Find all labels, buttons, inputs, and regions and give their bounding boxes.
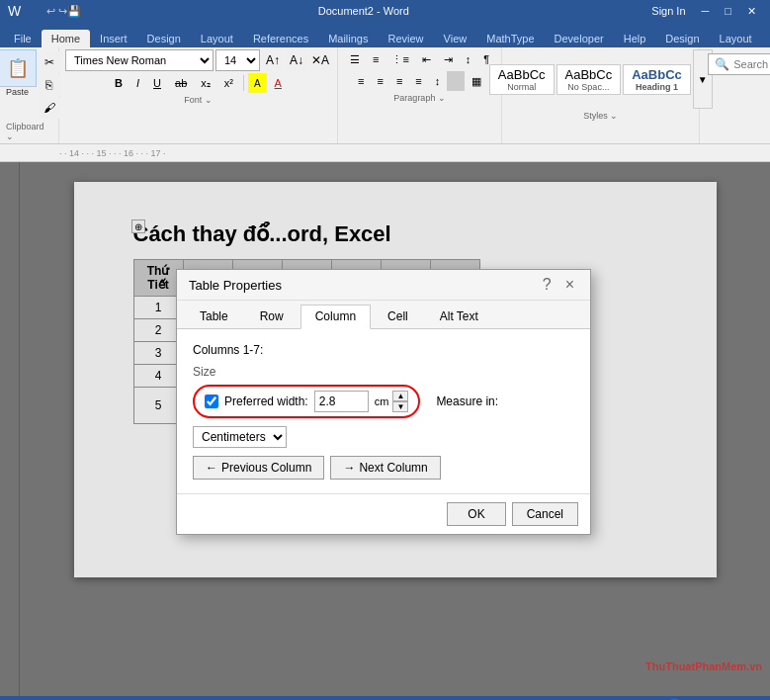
dialog-help-button[interactable]: ? (539, 276, 556, 294)
sort-button[interactable]: ↕ (460, 49, 477, 69)
ribbon-inner: 📋 Paste ✂ ⎘ 🖌 Clipboard ⌄ Times New Roma… (0, 47, 770, 143)
size-label: Size (193, 365, 574, 379)
style-heading1[interactable]: AaBbCc Heading 1 (623, 64, 691, 95)
document-area: ⊕ Cách thay đổ ... ord, Excel ThứTiết Th… (0, 162, 770, 696)
font-color-button[interactable]: A (269, 73, 288, 93)
preferred-width-unit: cm (375, 395, 389, 407)
spinner-down[interactable]: ▼ (392, 401, 408, 412)
style-nospace[interactable]: AaBbCc No Spac... (556, 64, 622, 95)
dialog-tab-column[interactable]: Column (300, 305, 371, 329)
justify-button[interactable]: ≡ (409, 71, 427, 91)
tab-developer[interactable]: Developer (545, 30, 614, 47)
bold-button[interactable]: B (109, 73, 128, 93)
next-column-button[interactable]: → Next Column (330, 456, 440, 480)
tab-view[interactable]: View (434, 30, 477, 47)
columns-range-label: Columns 1-7: (193, 343, 574, 357)
font-size-select[interactable]: 14 (215, 49, 260, 71)
ok-button[interactable]: OK (447, 502, 505, 526)
style-gallery: AaBbCc Normal AaBbCc No Spac... AaBbCc H… (489, 49, 713, 109)
tab-layout[interactable]: Layout (191, 30, 243, 47)
quick-access: ↩ ↪💾 (46, 5, 81, 18)
dialog-overlay: Table Properties ? × Table Row Column Ce… (0, 162, 770, 696)
title-bar-right: Sign In ─ □ ✕ (645, 5, 762, 18)
tab-design[interactable]: Design (137, 30, 191, 47)
prev-column-button[interactable]: ← Previous Column (193, 456, 324, 480)
tab-home[interactable]: Home (42, 30, 90, 47)
align-center-button[interactable]: ≡ (371, 71, 388, 91)
preferred-width-row: Preferred width: cm ▲ ▼ Measure in: Cent… (193, 385, 574, 448)
word-logo: W (8, 3, 21, 19)
prev-column-label: Previous Column (221, 461, 311, 475)
document-title: Document2 - Word (318, 5, 409, 17)
align-right-button[interactable]: ≡ (390, 71, 408, 91)
numbering-button[interactable]: ≡ (367, 49, 385, 69)
ribbon-tabs: File Home Insert Design Layout Reference… (0, 22, 770, 47)
preferred-width-checkbox[interactable] (205, 394, 218, 408)
tab-layout2[interactable]: Layout (710, 30, 762, 47)
bullets-button[interactable]: ☰ (344, 49, 366, 69)
strikethrough-button[interactable]: ab (169, 73, 193, 93)
close-button[interactable]: ✕ (741, 5, 762, 18)
dialog-tab-table[interactable]: Table (185, 305, 243, 328)
signin-button[interactable]: Sign In (645, 5, 691, 18)
dialog-close-button[interactable]: × (561, 276, 578, 294)
tab-mathtype[interactable]: MathType (476, 30, 544, 47)
multilevel-button[interactable]: ⋮≡ (385, 49, 414, 69)
borders-button[interactable]: ▦ (466, 71, 487, 91)
ruler: · · 14 · · · 15 · · · 16 · · · 17 · (0, 144, 770, 162)
tab-design2[interactable]: Design (655, 30, 709, 47)
copy-button[interactable]: ⎘ (39, 74, 60, 96)
title-bar: W ↩ ↪💾 Document2 - Word Sign In ─ □ ✕ (0, 0, 770, 22)
dialog-tab-alttext[interactable]: Alt Text (425, 305, 493, 328)
dialog-tab-cell[interactable]: Cell (373, 305, 423, 328)
dialog-tab-row[interactable]: Row (245, 305, 299, 328)
maximize-button[interactable]: □ (719, 5, 737, 18)
ribbon: 📋 Paste ✂ ⎘ 🖌 Clipboard ⌄ Times New Roma… (0, 47, 770, 144)
dialog-title-text: Table Properties (189, 278, 282, 293)
increase-font-button[interactable]: A↑ (262, 49, 284, 71)
paragraph-group: ☰ ≡ ⋮≡ ⇤ ⇥ ↕ ¶ ≡ ≡ ≡ ≡ ↕ ▦ Paragraph ⌄ (338, 47, 502, 143)
search-input[interactable] (733, 58, 770, 70)
shading-button[interactable] (447, 71, 465, 91)
tab-insert[interactable]: Insert (90, 30, 137, 47)
next-column-label: Next Column (359, 461, 427, 475)
tab-mailings[interactable]: Mailings (318, 30, 378, 47)
increase-indent-button[interactable]: ⇥ (438, 49, 459, 69)
align-left-button[interactable]: ≡ (352, 71, 370, 91)
font-name-select[interactable]: Times New Roman (65, 49, 214, 71)
preferred-width-spinner: ▲ ▼ (392, 391, 408, 412)
highlight-button[interactable]: A (248, 73, 267, 93)
subscript-button[interactable]: x₂ (195, 73, 216, 93)
dialog-tabs: Table Row Column Cell Alt Text (177, 301, 590, 329)
prev-arrow-icon: ← (206, 461, 217, 475)
style-normal[interactable]: AaBbCc Normal (489, 64, 555, 95)
preferred-width-label: Preferred width: (224, 394, 308, 408)
clipboard-label: Clipboard ⌄ (6, 122, 52, 141)
decrease-indent-button[interactable]: ⇤ (416, 49, 437, 69)
table-properties-dialog: Table Properties ? × Table Row Column Ce… (176, 269, 591, 535)
line-spacing-button[interactable]: ↕ (429, 71, 447, 91)
cancel-button[interactable]: Cancel (512, 502, 578, 526)
tab-review[interactable]: Review (379, 30, 434, 47)
divider (243, 75, 244, 91)
spinner-up[interactable]: ▲ (392, 391, 408, 401)
paste-button[interactable]: 📋 (0, 49, 37, 87)
underline-button[interactable]: U (147, 73, 167, 93)
clear-format-button[interactable]: ✕A (309, 49, 331, 71)
measure-in-select[interactable]: Centimeters Inches Percent (193, 426, 287, 448)
font-group: Times New Roman 14 A↑ A↓ ✕A B I U ab x₂ … (59, 47, 338, 143)
preferred-width-input[interactable] (314, 391, 369, 412)
tab-file[interactable]: File (4, 30, 42, 47)
dialog-titlebar: Table Properties ? × (177, 270, 590, 301)
decrease-font-button[interactable]: A↓ (286, 49, 307, 71)
search-icon: 🔍 (715, 57, 729, 71)
tab-references[interactable]: References (243, 30, 318, 47)
title-bar-center: Document2 - Word (81, 5, 645, 17)
title-bar-left: W ↩ ↪💾 (8, 3, 81, 19)
superscript-button[interactable]: x² (218, 73, 239, 93)
italic-button[interactable]: I (130, 73, 145, 93)
minimize-button[interactable]: ─ (696, 5, 716, 18)
format-painter-button[interactable]: 🖌 (39, 97, 60, 119)
cut-button[interactable]: ✂ (39, 51, 60, 73)
tab-help[interactable]: Help (614, 30, 656, 47)
